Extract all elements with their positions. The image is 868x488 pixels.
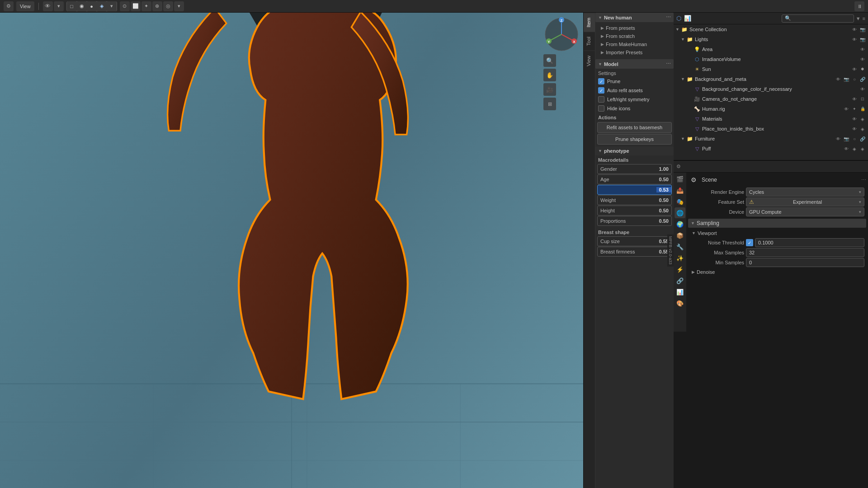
prop-tab-modifier[interactable]: 🔧 bbox=[675, 241, 685, 252]
noise-threshold-checkbox[interactable]: ✓ bbox=[746, 239, 753, 246]
visibility-btn[interactable]: 👁 bbox=[851, 26, 858, 33]
tab-item[interactable]: Item bbox=[584, 13, 595, 32]
outliner-type-icon[interactable]: ⬡ bbox=[676, 15, 681, 22]
outliner-item-scene-collection[interactable]: ▼ 📁 Scene Collection 👁 📷 bbox=[674, 24, 868, 34]
hide-icons-checkbox[interactable] bbox=[598, 105, 604, 112]
outliner-item-bg-change[interactable]: ▶ ▽ Background_change_color_if_necessary… bbox=[674, 84, 868, 94]
prop-tab-world[interactable]: 🌍 bbox=[675, 219, 685, 230]
prop-tab-object[interactable]: 📦 bbox=[675, 230, 685, 241]
prop-tab-scene[interactable]: 🌐 bbox=[675, 207, 685, 218]
prop-tab-output[interactable]: 📤 bbox=[675, 185, 685, 196]
materials-vis-btn[interactable]: 👁 bbox=[851, 115, 858, 122]
phenotype-header[interactable]: ▼ phenotype bbox=[595, 146, 674, 155]
feature-set-dropdown[interactable]: ⚠ Experimental ▾ bbox=[746, 197, 864, 206]
breast-firmness-field[interactable]: Breast firmness 0.55 bbox=[597, 247, 672, 257]
outliner-item-furniture[interactable]: ▼ 📁 Furniture 👁 📷 ○ 🔗 bbox=[674, 134, 868, 144]
viewport[interactable]: Z X Y 🔍 ✋ 🎥 ⊞ bbox=[0, 13, 583, 488]
render-engine-dropdown[interactable]: Cycles ▾ bbox=[746, 188, 864, 197]
editor-type-btn[interactable]: ⚙ bbox=[4, 1, 14, 11]
prop-edit-icon[interactable]: ◎ bbox=[163, 1, 173, 11]
height-field[interactable]: Height 0.50 bbox=[597, 206, 672, 216]
outliner-item-bg-meta[interactable]: ▼ 📁 Background_and_meta 👁 📷 ○ 🔗 bbox=[674, 74, 868, 84]
noise-threshold-value[interactable]: 0.1000 bbox=[755, 238, 864, 247]
puff-vis-btn[interactable]: 👁 bbox=[843, 145, 850, 152]
shading-rendered[interactable]: ● bbox=[87, 1, 97, 11]
symmetry-checkbox[interactable] bbox=[598, 96, 604, 103]
refit-assets-btn[interactable]: Refit assets to basemesh bbox=[597, 122, 672, 133]
gender-field[interactable]: Gender 1.00 bbox=[597, 164, 672, 174]
camera-vis-btn[interactable]: 👁 bbox=[851, 95, 858, 103]
prop-tab-material[interactable]: 🎨 bbox=[675, 298, 685, 309]
furniture-render-btn[interactable]: 📷 bbox=[843, 135, 850, 142]
properties-header-icon[interactable]: ⚙ bbox=[676, 164, 681, 169]
prop-edit-dropdown[interactable]: ▾ bbox=[174, 1, 184, 11]
from-presets-item[interactable]: ▶ From presets bbox=[595, 24, 674, 32]
bg-meta-arrow[interactable]: ▼ bbox=[681, 77, 686, 81]
furniture-select-btn[interactable]: ○ bbox=[851, 135, 858, 142]
prune-shapekeys-btn[interactable]: Prune shapekeys bbox=[597, 134, 672, 145]
gizmo-widget[interactable]: Z X Y bbox=[543, 16, 580, 52]
transform-icon[interactable]: ⊕ bbox=[152, 1, 162, 11]
irradiance-vis-btn[interactable]: 👁 bbox=[859, 56, 866, 63]
prop-tab-physics[interactable]: ⚡ bbox=[675, 264, 685, 275]
bg-meta-vis-btn[interactable]: 👁 bbox=[835, 75, 842, 83]
prop-tab-render[interactable]: 🎬 bbox=[675, 174, 685, 184]
muscle-field[interactable]: 0.53 bbox=[597, 185, 672, 195]
pan-btn[interactable]: ✋ bbox=[543, 69, 556, 81]
new-human-options[interactable]: ⋯ bbox=[666, 14, 671, 20]
bg-meta-render-btn[interactable]: 📷 bbox=[843, 75, 850, 83]
viewport-sub-item[interactable]: ▼ Viewport bbox=[692, 230, 863, 237]
min-samples-value[interactable]: 0 bbox=[746, 258, 864, 267]
scene-extra-btn[interactable]: ⋯ bbox=[861, 177, 866, 183]
overlay-icon[interactable]: ⊙ bbox=[120, 1, 130, 11]
outliner-item-irradiance[interactable]: ▶ ⬡ IrradianceVolume 👁 bbox=[674, 54, 868, 64]
view-menu[interactable]: View bbox=[16, 1, 34, 11]
snap-icon[interactable]: ✦ bbox=[142, 1, 151, 11]
shading-solid[interactable]: □ bbox=[67, 1, 77, 11]
outliner-display-icon[interactable]: 📊 bbox=[684, 15, 691, 22]
new-human-header[interactable]: ▼ New human ⋯ bbox=[595, 13, 674, 22]
tab-view[interactable]: View bbox=[584, 51, 595, 71]
bg-change-vis-btn[interactable]: 👁 bbox=[859, 85, 866, 93]
scene-collection-arrow[interactable]: ▼ bbox=[675, 27, 681, 32]
tab-tool[interactable]: Tool bbox=[584, 32, 595, 50]
denoise-header[interactable]: ▶ Denoise bbox=[692, 268, 863, 276]
model-options[interactable]: ⋯ bbox=[666, 61, 671, 67]
shading-dropdown2[interactable]: ▾ bbox=[107, 1, 117, 11]
outliner-item-area[interactable]: ▶ 💡 Area 👁 bbox=[674, 44, 868, 54]
sun-vis-btn[interactable]: 👁 bbox=[851, 66, 858, 73]
area-vis-btn[interactable]: 👁 bbox=[859, 46, 866, 53]
furniture-vis-btn[interactable]: 👁 bbox=[835, 135, 842, 142]
prop-tab-view[interactable]: 🎭 bbox=[675, 196, 685, 207]
from-makehuman-item[interactable]: ▶ From MakeHuman bbox=[595, 40, 674, 48]
outliner-item-sun[interactable]: ▶ ☀ Sun 👁 ✱ bbox=[674, 64, 868, 74]
age-field[interactable]: Age 0.50 bbox=[597, 174, 672, 184]
bg-meta-select-btn[interactable]: ○ bbox=[851, 75, 858, 83]
lights-arrow[interactable]: ▼ bbox=[681, 37, 686, 42]
outliner-item-materials[interactable]: ▶ ▽ Materials 👁 ◈ bbox=[674, 114, 868, 124]
outliner-options-btn[interactable]: ≡ bbox=[863, 16, 865, 21]
bg-meta-link-btn[interactable]: 🔗 bbox=[859, 75, 866, 83]
outliner-item-human-rig[interactable]: ▶ 🦴 Human.rig 👁 ✦ 🔒 bbox=[674, 104, 868, 114]
prop-tab-data[interactable]: 📊 bbox=[675, 286, 685, 297]
auto-refit-checkbox[interactable] bbox=[598, 87, 604, 94]
furniture-link-btn[interactable]: 🔗 bbox=[859, 135, 866, 142]
proportions-field[interactable]: Proportions 0.50 bbox=[597, 216, 672, 226]
weight-field[interactable]: Weight 0.50 bbox=[597, 195, 672, 205]
max-samples-value[interactable]: 32 bbox=[746, 248, 864, 257]
place-toon-vis-btn[interactable]: 👁 bbox=[851, 125, 858, 132]
prune-checkbox[interactable] bbox=[598, 78, 604, 84]
prop-tab-constraints[interactable]: 🔗 bbox=[675, 275, 685, 286]
rig-vis-btn[interactable]: 👁 bbox=[843, 105, 850, 113]
shading-eevee[interactable]: ◈ bbox=[97, 1, 107, 11]
viewport-camera-icon[interactable]: 👁 bbox=[43, 1, 53, 11]
sampling-header[interactable]: ▼ Sampling bbox=[688, 219, 866, 228]
shading-material[interactable]: ◉ bbox=[77, 1, 87, 11]
model-header[interactable]: ▼ Model ⋯ bbox=[595, 59, 674, 69]
pause-btn[interactable]: ⏸ bbox=[854, 1, 864, 11]
cup-size-field[interactable]: Cup size 0.55 bbox=[597, 236, 672, 246]
importer-presets-item[interactable]: ▶ Importer Presets bbox=[595, 48, 674, 56]
prop-tab-particles[interactable]: ✨ bbox=[675, 253, 685, 263]
camera-btn[interactable]: 🎥 bbox=[543, 83, 556, 96]
zoom-btn[interactable]: 🔍 bbox=[543, 54, 556, 67]
